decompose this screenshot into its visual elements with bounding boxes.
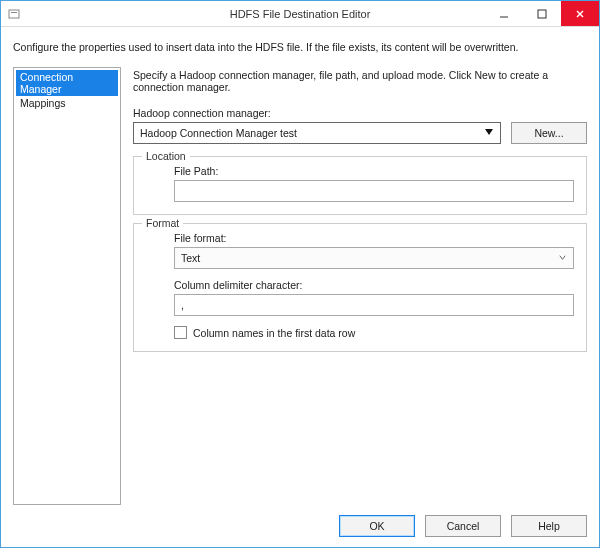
button-label: Cancel	[447, 520, 480, 532]
title-bar: HDFS File Destination Editor	[1, 1, 599, 27]
chevron-down-icon	[558, 252, 567, 264]
delimiter-input[interactable]	[174, 294, 574, 316]
file-format-select[interactable]: Text	[174, 247, 574, 269]
button-label: Help	[538, 520, 560, 532]
file-path-label: File Path:	[174, 165, 574, 177]
new-connection-button[interactable]: New...	[511, 122, 587, 144]
sidebar-item-label: Connection Manager	[20, 71, 73, 95]
sidebar-item-connection-manager[interactable]: Connection Manager	[16, 70, 118, 96]
client-area: Configure the properties used to insert …	[1, 27, 599, 547]
sidebar-item-mappings[interactable]: Mappings	[16, 96, 118, 110]
file-format-label: File format:	[174, 232, 574, 244]
dialog-hdfs-destination-editor: HDFS File Destination Editor Configure t…	[0, 0, 600, 548]
chevron-down-icon	[484, 127, 494, 139]
file-format-value: Text	[181, 252, 200, 264]
file-path-input[interactable]	[174, 180, 574, 202]
hadoop-conn-dropdown[interactable]: Hadoop Connection Manager test	[133, 122, 501, 144]
main-content: Connection Manager Mappings Specify a Ha…	[13, 67, 587, 505]
location-legend: Location	[142, 150, 190, 162]
delimiter-label: Column delimiter character:	[174, 279, 574, 291]
page-instruction: Specify a Hadoop connection manager, fil…	[133, 69, 587, 93]
dialog-description: Configure the properties used to insert …	[13, 37, 587, 67]
svg-marker-6	[485, 129, 493, 135]
cancel-button[interactable]: Cancel	[425, 515, 501, 537]
nav-side-panel: Connection Manager Mappings	[13, 67, 121, 505]
minimize-button[interactable]	[485, 1, 523, 26]
dialog-buttons: OK Cancel Help	[13, 505, 587, 537]
column-names-label: Column names in the first data row	[193, 327, 355, 339]
button-label: New...	[534, 127, 563, 139]
svg-rect-3	[538, 10, 546, 18]
page-connection-manager: Specify a Hadoop connection manager, fil…	[133, 67, 587, 505]
close-button[interactable]	[561, 1, 599, 26]
svg-rect-1	[11, 12, 17, 13]
window-controls	[485, 1, 599, 26]
format-legend: Format	[142, 217, 183, 229]
sidebar-item-label: Mappings	[20, 97, 66, 109]
format-group: Format File format: Text Column delimite…	[133, 223, 587, 352]
maximize-button[interactable]	[523, 1, 561, 26]
app-icon	[7, 7, 21, 21]
location-group: Location File Path:	[133, 156, 587, 215]
help-button[interactable]: Help	[511, 515, 587, 537]
svg-rect-0	[9, 10, 19, 18]
hadoop-conn-label: Hadoop connection manager:	[133, 107, 587, 119]
button-label: OK	[369, 520, 384, 532]
column-names-checkbox[interactable]	[174, 326, 187, 339]
ok-button[interactable]: OK	[339, 515, 415, 537]
hadoop-conn-value: Hadoop Connection Manager test	[140, 127, 297, 139]
